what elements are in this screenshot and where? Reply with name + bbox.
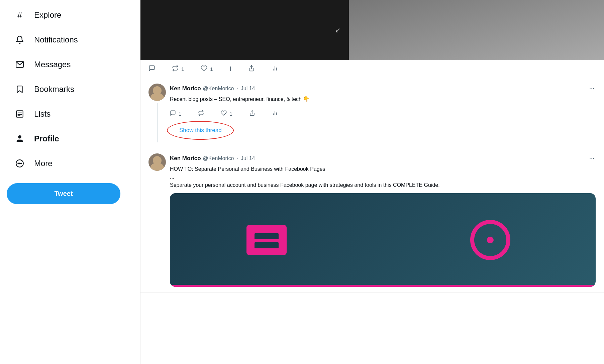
bookmark-action[interactable]: I xyxy=(230,66,231,73)
tweet1-share-action[interactable] xyxy=(249,110,255,118)
tweet-author-info-1: Ken Morico @KenMorico · Jul 14 xyxy=(170,85,255,92)
sidebar-item-label-bookmarks: Bookmarks xyxy=(34,85,74,94)
sidebar: # Explore Notifications Messages xyxy=(0,0,140,364)
tweet-card-1: Ken Morico @KenMorico · Jul 14 ··· Recen… xyxy=(140,78,604,148)
preview-bottom-bar xyxy=(170,285,596,287)
tweet1-retweet-action[interactable] xyxy=(198,110,204,118)
tweet-more-button-1[interactable]: ··· xyxy=(588,84,596,93)
like-count: 1 xyxy=(210,66,213,72)
tweet-author-info-2: Ken Morico @KenMorico · Jul 14 xyxy=(170,155,255,162)
tweet-date-2: Jul 14 xyxy=(241,155,255,161)
preview-circle-icon xyxy=(470,220,510,260)
sidebar-item-bookmarks[interactable]: Bookmarks xyxy=(7,78,133,101)
bookmark-action-icon: I xyxy=(230,66,231,73)
sidebar-item-label-more: More xyxy=(34,159,53,168)
more-icon xyxy=(13,156,27,170)
avatar-1 xyxy=(148,84,166,101)
show-thread-button[interactable]: Show this thread xyxy=(170,124,231,137)
analytics-action[interactable] xyxy=(272,65,278,73)
sidebar-item-label-lists: Lists xyxy=(34,109,51,119)
svg-point-5 xyxy=(18,135,21,138)
sidebar-item-label-profile: Profile xyxy=(34,134,59,143)
envelope-icon xyxy=(13,57,27,72)
tweet-author-handle-1: @KenMorico xyxy=(203,86,234,92)
sidebar-item-notifications[interactable]: Notifications xyxy=(7,28,133,51)
tweet-text-1: Recent blog posts – SEO, entrepreneur, f… xyxy=(170,95,596,103)
tweet-image-preview xyxy=(170,193,596,287)
person-icon xyxy=(13,132,27,146)
sidebar-item-explore[interactable]: # Explore xyxy=(7,3,133,27)
dot-separator-2: · xyxy=(236,155,238,161)
list-icon xyxy=(13,107,27,121)
top-tweet-action-bar: 1 1 I xyxy=(140,60,604,78)
dot-separator-1: · xyxy=(236,86,238,92)
analytics-icon xyxy=(272,65,278,73)
tweet1-action-bar: 1 xyxy=(170,107,596,120)
share-action[interactable] xyxy=(248,65,255,73)
sidebar-item-label-notifications: Notifications xyxy=(34,35,78,44)
tweet1-analytics-icon xyxy=(272,110,278,118)
tweet1-comment-count: 1 xyxy=(179,111,181,117)
tweet-author-name-1: Ken Morico xyxy=(170,85,201,92)
tweet-button[interactable]: Tweet xyxy=(7,183,120,204)
tweet1-like-count: 1 xyxy=(229,111,232,117)
tweet1-retweet-icon xyxy=(198,110,204,118)
svg-point-7 xyxy=(18,163,19,164)
tweet-text-2-line1: HOW TO: Separate Personal and Business w… xyxy=(170,166,325,172)
like-action[interactable]: 1 xyxy=(201,65,213,73)
preview-rectangle-icon xyxy=(246,225,287,255)
tweet1-comment-action[interactable]: 1 xyxy=(170,110,181,118)
tweet-header-1: Ken Morico @KenMorico · Jul 14 ··· xyxy=(170,84,596,93)
comment-icon xyxy=(148,65,155,73)
sidebar-item-label-messages: Messages xyxy=(34,60,71,69)
comment-action[interactable] xyxy=(148,65,155,73)
tweet-date-1: Jul 14 xyxy=(241,86,255,92)
tweet-left-2 xyxy=(148,153,166,287)
thread-line-1 xyxy=(157,103,158,142)
tweet-author-handle-2: @KenMorico xyxy=(203,155,234,161)
tweet1-comment-icon xyxy=(170,110,176,118)
svg-point-9 xyxy=(21,163,22,164)
sidebar-nav: # Explore Notifications Messages xyxy=(7,3,133,176)
tweet1-like-action[interactable]: 1 xyxy=(221,110,232,118)
retweet-count: 1 xyxy=(181,66,184,72)
retweet-icon xyxy=(172,65,179,73)
bookmark-icon xyxy=(13,82,27,96)
bell-icon xyxy=(13,33,27,47)
share-icon xyxy=(248,65,255,73)
tweet-right-2: Ken Morico @KenMorico · Jul 14 ··· HOW T… xyxy=(170,153,596,287)
sidebar-item-label-explore: Explore xyxy=(34,10,61,20)
tweet-card-2: Ken Morico @KenMorico · Jul 14 ··· HOW T… xyxy=(140,148,604,292)
sidebar-item-lists[interactable]: Lists xyxy=(7,102,133,126)
show-thread-oval xyxy=(167,121,234,140)
hash-icon: # xyxy=(13,8,27,22)
tweet1-heart-icon xyxy=(221,110,227,118)
tweet1-share-icon xyxy=(249,110,255,118)
sidebar-item-more[interactable]: More xyxy=(7,152,133,175)
sidebar-item-profile[interactable]: Profile xyxy=(7,127,133,150)
tweet1-analytics-action[interactable] xyxy=(272,110,278,118)
show-thread-container: Show this thread xyxy=(170,120,596,142)
retweet-action[interactable]: 1 xyxy=(172,65,184,73)
tweet-right-1: Ken Morico @KenMorico · Jul 14 ··· Recen… xyxy=(170,84,596,142)
avatar-2 xyxy=(148,153,166,171)
main-content: ↙ 1 xyxy=(140,0,604,364)
tweet-author-name-2: Ken Morico xyxy=(170,155,201,162)
tweet-more-button-2[interactable]: ··· xyxy=(588,153,596,163)
tweet-text-2-line2: ... xyxy=(170,174,174,180)
tweet-header-2: Ken Morico @KenMorico · Jul 14 ··· xyxy=(170,153,596,163)
sidebar-item-messages[interactable]: Messages xyxy=(7,53,133,76)
heart-icon xyxy=(201,65,207,73)
tweet-text-2: HOW TO: Separate Personal and Business w… xyxy=(170,165,596,189)
tweet-text-2-line3: Separate your personal account and busin… xyxy=(170,182,440,188)
svg-point-8 xyxy=(19,163,20,164)
tweet-left-1 xyxy=(148,84,166,142)
